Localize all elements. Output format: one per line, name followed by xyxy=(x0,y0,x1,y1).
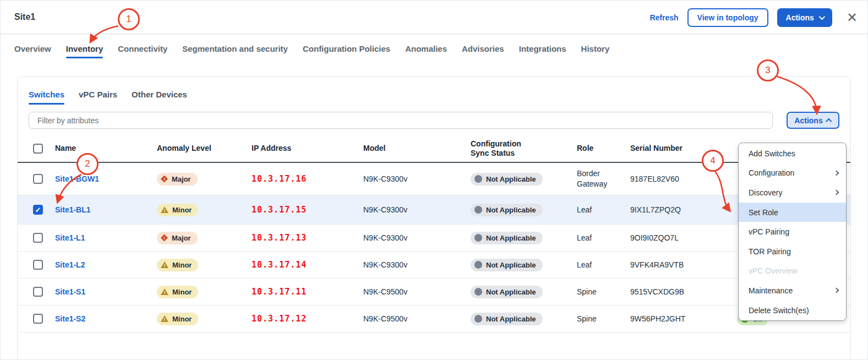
select-all-checkbox[interactable] xyxy=(33,144,43,154)
menu-item-tor-pairing[interactable]: TOR Pairing xyxy=(739,242,846,261)
column-header-ip-address[interactable]: IP Address xyxy=(252,144,363,154)
gray-dot-icon xyxy=(474,234,482,242)
callout-circle-4: 4 xyxy=(702,150,724,172)
submenu-chevron-icon xyxy=(834,170,839,176)
submenu-chevron-icon xyxy=(834,190,839,195)
switch-name-link[interactable]: Site1-BGW1 xyxy=(55,174,157,183)
tab-bar: Overview Inventory Connectivity Segmenta… xyxy=(1,34,867,63)
row-checkbox[interactable] xyxy=(33,287,43,297)
model: N9K-C9300v xyxy=(363,233,471,242)
column-header-anomaly-level[interactable]: Anomaly Level xyxy=(157,144,252,154)
menu-item-discovery[interactable]: Discovery xyxy=(739,183,846,203)
switch-name-link[interactable]: Site1-S2 xyxy=(55,314,157,323)
switch-name-link[interactable]: Site1-S1 xyxy=(55,287,157,296)
anomaly-badge: !Major xyxy=(157,232,198,244)
model: N9K-C9300v xyxy=(363,260,471,269)
column-header-config-sync-status[interactable]: Configuration Sync Status xyxy=(471,139,548,159)
table-header: Name Anomaly Level IP Address Model Conf… xyxy=(18,135,850,163)
subtab-other-devices[interactable]: Other Devices xyxy=(132,90,187,105)
serial-number: 9W56PH2JGHT xyxy=(630,314,737,323)
switch-name-link[interactable]: Site1-L1 xyxy=(55,233,157,242)
gray-dot-icon xyxy=(474,261,482,269)
tab-integrations[interactable]: Integrations xyxy=(519,36,566,61)
view-in-topology-button[interactable]: View in topology xyxy=(687,8,768,27)
ip-address: 10.3.17.12 xyxy=(252,314,363,324)
subtab-vpc-pairs[interactable]: vPC Pairs xyxy=(79,90,117,105)
minor-anomaly-icon: ! xyxy=(161,261,168,269)
site-detail-modal: { "modal": { "title": "Site1" }, "header… xyxy=(0,0,868,360)
anomaly-badge: !Minor xyxy=(157,313,198,325)
anomaly-badge: !Minor xyxy=(157,204,198,216)
role: Spine xyxy=(577,287,630,297)
role: Leaf xyxy=(577,260,630,270)
serial-number: 9187EL82V60 xyxy=(630,174,737,183)
column-header-serial-number[interactable]: Serial Number xyxy=(630,144,737,154)
serial-number: 9OI9I0ZQO7L xyxy=(630,233,737,242)
switch-name-link[interactable]: Site1-L2 xyxy=(55,260,157,269)
switch-name-link[interactable]: Site1-BL1 xyxy=(55,205,157,214)
tab-overview[interactable]: Overview xyxy=(14,36,51,61)
table-actions-button[interactable]: Actions xyxy=(787,112,839,129)
serial-number: 9515VCXDG9B xyxy=(630,287,737,296)
callout-circle-1: 1 xyxy=(118,8,140,30)
column-header-name[interactable]: Name xyxy=(55,144,157,154)
row-checkbox[interactable] xyxy=(33,205,43,215)
tab-history[interactable]: History xyxy=(581,36,610,61)
filter-input[interactable] xyxy=(29,112,773,129)
subtab-switches[interactable]: Switches xyxy=(29,90,64,105)
header-actions: Refresh View in topology Actions ✕ xyxy=(649,1,858,34)
tab-segmentation-and-security[interactable]: Segmentation and security xyxy=(182,36,288,61)
table-row[interactable]: Site1-L1 !Major 10.3.17.13 N9K-C9300v No… xyxy=(18,225,850,252)
column-header-role[interactable]: Role xyxy=(577,144,630,154)
menu-item-add-switches[interactable]: Add Switches xyxy=(739,144,846,163)
table-row[interactable]: Site1-BL1 !Minor 10.3.17.15 N9K-C9300v N… xyxy=(18,195,850,225)
gray-dot-icon xyxy=(474,315,482,323)
model: N9K-C9300v xyxy=(363,205,471,214)
menu-item-delete-switches[interactable]: Delete Switch(es) xyxy=(739,301,846,320)
table-toolbar: Actions xyxy=(29,112,839,129)
sync-status-badge: Not Applicable xyxy=(471,204,543,216)
table-row[interactable]: Site1-S2 !Minor 10.3.17.12 N9K-C9500v No… xyxy=(18,306,850,332)
row-checkbox[interactable] xyxy=(33,233,43,243)
tab-advisories[interactable]: Advisories xyxy=(462,36,504,61)
major-anomaly-icon: ! xyxy=(161,234,168,242)
refresh-link[interactable]: Refresh xyxy=(649,13,678,22)
tab-configuration-policies[interactable]: Configuration Policies xyxy=(303,36,390,61)
tab-inventory[interactable]: Inventory xyxy=(66,36,103,61)
header-actions-button[interactable]: Actions xyxy=(777,8,832,27)
sync-status-badge: Not Applicable xyxy=(471,232,543,244)
model: N9K-C9500v xyxy=(363,287,471,296)
ip-address: 10.3.17.11 xyxy=(252,287,363,297)
subtab-bar: Switches vPC Pairs Other Devices xyxy=(18,77,850,105)
ip-address: 10.3.17.14 xyxy=(252,260,363,270)
row-checkbox[interactable] xyxy=(33,174,43,184)
row-checkbox[interactable] xyxy=(33,314,43,324)
actions-dropdown-menu: Add Switches Configuration Discovery Set… xyxy=(738,143,847,321)
ip-address: 10.3.17.15 xyxy=(252,205,363,215)
ip-address: 10.3.17.13 xyxy=(252,233,363,243)
close-icon[interactable]: ✕ xyxy=(847,10,858,25)
minor-anomaly-icon: ! xyxy=(161,288,168,296)
table-row[interactable]: Site1-L2 !Minor 10.3.17.14 N9K-C9300v No… xyxy=(18,252,850,279)
menu-item-vpc-pairing[interactable]: vPC Pairing xyxy=(739,222,846,242)
major-anomaly-icon: ! xyxy=(161,176,168,183)
anomaly-badge: !Major xyxy=(157,173,198,186)
menu-item-set-role[interactable]: Set Role xyxy=(739,203,846,222)
menu-item-vpc-overview: vPC Overview xyxy=(739,261,846,281)
page-title: Site1 xyxy=(14,12,35,22)
menu-item-configuration[interactable]: Configuration xyxy=(739,163,846,183)
anomaly-badge: !Minor xyxy=(157,286,198,298)
role: Leaf xyxy=(577,205,630,215)
role: Spine xyxy=(577,314,630,324)
model: N9K-C9500v xyxy=(363,314,471,323)
chevron-down-icon xyxy=(819,13,825,19)
tab-anomalies[interactable]: Anomalies xyxy=(405,36,447,61)
tab-connectivity[interactable]: Connectivity xyxy=(118,36,167,61)
row-checkbox[interactable] xyxy=(33,260,43,270)
column-header-model[interactable]: Model xyxy=(363,144,471,154)
table-row[interactable]: Site1-BGW1 !Major 10.3.17.16 N9K-C9300v … xyxy=(18,163,850,195)
table-actions-label: Actions xyxy=(794,116,822,125)
menu-item-maintenance[interactable]: Maintenance xyxy=(739,281,846,301)
table-row[interactable]: Site1-S1 !Minor 10.3.17.11 N9K-C9500v No… xyxy=(18,279,850,306)
sync-status-badge: Not Applicable xyxy=(471,313,543,325)
